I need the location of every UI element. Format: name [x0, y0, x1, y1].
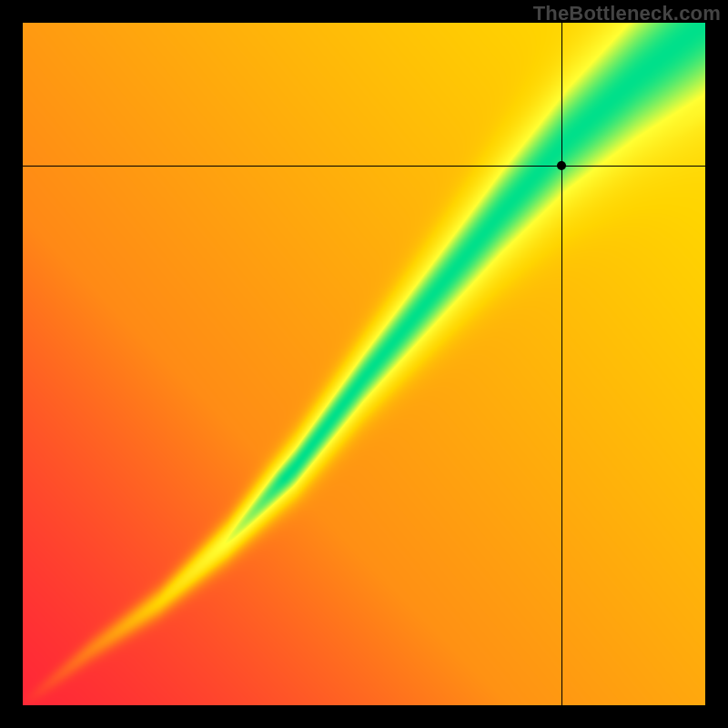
plot-area: [23, 23, 705, 705]
heatmap-canvas: [23, 23, 705, 705]
crosshair-horizontal: [23, 166, 705, 167]
crosshair-vertical: [561, 23, 562, 705]
chart-stage: TheBottleneck.com: [0, 0, 728, 728]
selection-marker: [557, 161, 566, 170]
